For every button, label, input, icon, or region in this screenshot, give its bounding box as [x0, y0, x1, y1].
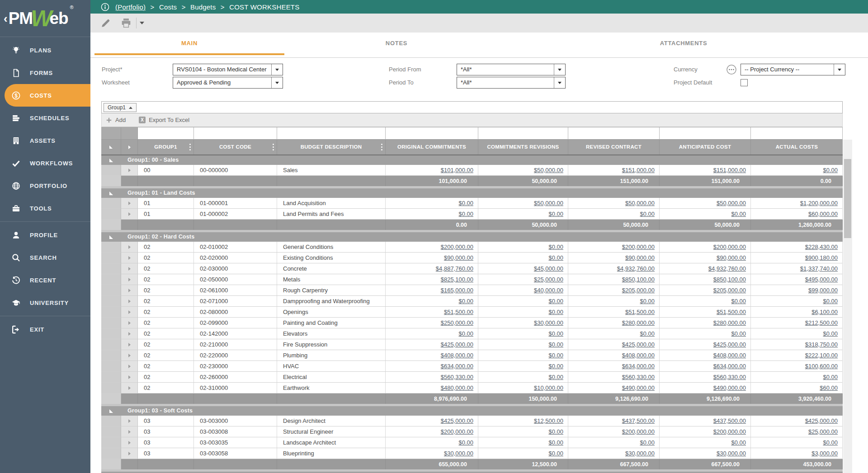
sidebar-item-plans[interactable]: PLANS	[0, 39, 90, 61]
amount-link[interactable]: $0.00	[823, 298, 838, 304]
expand-row-icon[interactable]	[121, 307, 138, 318]
amount-link[interactable]: $25,000.00	[808, 428, 838, 435]
sidebar-item-workflows[interactable]: WORKFLOWS	[0, 152, 90, 174]
amount-link[interactable]: $50,000.00	[534, 167, 563, 173]
column-menu-icon[interactable]	[273, 146, 274, 148]
expand-row-icon[interactable]	[121, 416, 138, 426]
amount-link[interactable]: $100,600.00	[805, 363, 838, 370]
amount-link[interactable]: $0.00	[458, 298, 473, 304]
amount-link[interactable]: $51,500.00	[444, 309, 473, 315]
amount-link[interactable]: $30,000.00	[717, 450, 746, 457]
vertical-scrollbar-thumb[interactable]	[844, 159, 851, 238]
column-filter-group1[interactable]	[138, 127, 194, 140]
amount-link[interactable]: $425,000.00	[441, 341, 473, 348]
expand-row-icon[interactable]	[121, 372, 138, 383]
sidebar-item-forms[interactable]: FORMS	[0, 61, 90, 84]
amount-link[interactable]: $1,200,000.00	[800, 200, 838, 206]
period-to-select[interactable]: *All*	[457, 77, 566, 89]
amount-link[interactable]: $0.00	[731, 330, 746, 337]
amount-link[interactable]: $0.00	[458, 211, 473, 217]
amount-link[interactable]: $0.00	[823, 374, 838, 380]
amount-link[interactable]: $408,000.00	[441, 352, 473, 359]
amount-link[interactable]: $0.00	[640, 330, 655, 337]
column-header-anticipated-cost[interactable]: ANTICIPATED COST	[660, 140, 751, 155]
amount-link[interactable]: $0.00	[548, 363, 563, 370]
sidebar-item-portfolio[interactable]: PORTFOLIO	[0, 174, 90, 197]
expand-row-icon[interactable]	[121, 437, 138, 448]
expand-row-icon[interactable]	[121, 285, 138, 296]
amount-link[interactable]: $90,000.00	[625, 254, 655, 261]
amount-link[interactable]: $60.00	[820, 384, 838, 391]
amount-link[interactable]: $850,100.00	[713, 276, 746, 283]
expand-row-icon[interactable]	[121, 339, 138, 350]
amount-link[interactable]: $0.00	[731, 211, 746, 217]
expand-row-icon[interactable]	[121, 296, 138, 307]
expand-row-icon[interactable]	[121, 253, 138, 263]
column-header-original-commitments[interactable]: ORIGINAL COMMITMENTS	[386, 140, 478, 155]
amount-link[interactable]: $30,000.00	[534, 319, 563, 326]
expand-row-icon[interactable]	[121, 274, 138, 285]
amount-link[interactable]: $90,000.00	[717, 254, 746, 261]
amount-link[interactable]: $850,100.00	[622, 276, 655, 283]
amount-link[interactable]: $228,430.00	[805, 244, 838, 250]
project-default-checkbox[interactable]	[741, 79, 748, 86]
amount-link[interactable]: $634,000.00	[713, 363, 746, 370]
amount-link[interactable]: $4,932,760.00	[617, 265, 655, 272]
amount-link[interactable]: $90,000.00	[444, 254, 473, 261]
amount-link[interactable]: $495,000.00	[805, 276, 838, 283]
amount-link[interactable]: $1,337,740.00	[800, 265, 838, 272]
sidebar-collapse-icon[interactable]: ‹	[4, 13, 8, 24]
amount-link[interactable]: $200,000.00	[441, 244, 473, 250]
amount-link[interactable]: $30,000.00	[444, 450, 473, 457]
dropdown-caret-icon[interactable]	[554, 77, 565, 88]
amount-link[interactable]: $0.00	[458, 439, 473, 446]
amount-link[interactable]: $425,000.00	[622, 341, 655, 348]
amount-link[interactable]: $318,750.00	[805, 341, 838, 348]
add-button[interactable]: Add	[106, 117, 126, 123]
amount-link[interactable]: $200,000.00	[713, 428, 746, 435]
expand-row-icon[interactable]	[121, 209, 138, 220]
amount-link[interactable]: $825,100.00	[441, 276, 473, 283]
amount-link[interactable]: $0.00	[548, 374, 563, 380]
column-filter-cost-code[interactable]	[194, 127, 277, 140]
expand-row-icon[interactable]	[121, 383, 138, 393]
tab-attachments[interactable]: ATTACHMENTS	[616, 33, 751, 53]
amount-link[interactable]: $0.00	[548, 352, 563, 359]
amount-link[interactable]: $0.00	[548, 330, 563, 337]
amount-link[interactable]: $222,100.00	[805, 352, 838, 359]
amount-link[interactable]: $0.00	[548, 211, 563, 217]
amount-link[interactable]: $12,500.00	[534, 417, 563, 424]
amount-link[interactable]: $408,000.00	[713, 352, 746, 359]
amount-link[interactable]: $437,500.00	[713, 417, 746, 424]
amount-link[interactable]: $408,000.00	[622, 352, 655, 359]
amount-link[interactable]: $10,000.00	[534, 384, 563, 391]
amount-link[interactable]: $45,000.00	[534, 265, 563, 272]
print-options-caret-icon[interactable]	[140, 22, 144, 24]
group-collapse-icon[interactable]	[101, 406, 121, 416]
app-logo[interactable]: ‹ PMWeb ®	[0, 0, 90, 37]
amount-link[interactable]: $425,000.00	[805, 417, 838, 424]
group-header-row[interactable]: Group1: 00 - Sales	[101, 155, 843, 165]
amount-link[interactable]: $634,000.00	[441, 363, 473, 370]
sidebar-item-search[interactable]: SEARCH	[0, 246, 90, 269]
amount-link[interactable]: $490,000.00	[713, 384, 746, 391]
amount-link[interactable]: $560,330.00	[622, 374, 655, 380]
column-filter-revised-contract[interactable]	[568, 127, 660, 140]
amount-link[interactable]: $25,000.00	[534, 276, 563, 283]
amount-link[interactable]: $560,330.00	[441, 374, 473, 380]
column-menu-icon[interactable]	[189, 146, 191, 148]
amount-link[interactable]: $0.00	[548, 428, 563, 435]
amount-link[interactable]: $40,000.00	[534, 287, 563, 294]
dropdown-caret-icon[interactable]	[834, 64, 845, 75]
amount-link[interactable]: $0.00	[640, 211, 655, 217]
column-header-commitments-revisions[interactable]: COMMITMENTS REVISIONS	[478, 140, 568, 155]
amount-link[interactable]: $205,000.00	[622, 287, 655, 294]
amount-link[interactable]: $280,000.00	[622, 319, 655, 326]
amount-link[interactable]: $634,000.00	[622, 363, 655, 370]
group-collapse-icon[interactable]	[101, 232, 121, 242]
sidebar-item-university[interactable]: UNIVERSITY	[0, 291, 90, 314]
amount-link[interactable]: $0.00	[548, 254, 563, 261]
group-header-row[interactable]: Group1: 01 - Land Costs	[101, 188, 843, 198]
expand-row-icon[interactable]	[121, 165, 138, 176]
amount-link[interactable]: $425,000.00	[441, 417, 473, 424]
